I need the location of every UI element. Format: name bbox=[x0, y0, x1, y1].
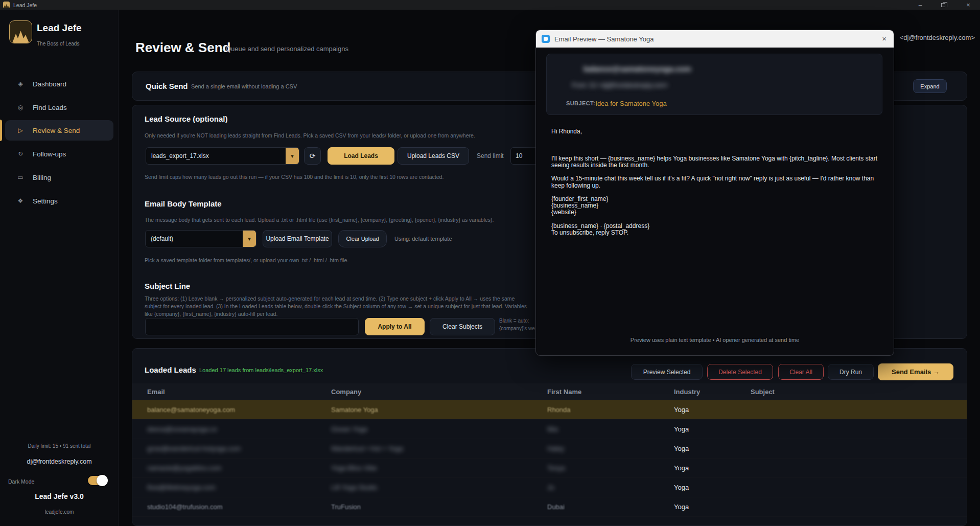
col-first-name: First Name bbox=[547, 388, 674, 396]
subject-blank-hint: Blank = auto: {company}'s we bbox=[499, 317, 535, 334]
modal-title: Email Preview — Samatone Yoga bbox=[554, 35, 654, 43]
lead-row-1[interactable]: balance@samatoneyoga.com Samatone Yoga R… bbox=[132, 400, 967, 420]
page-title: Review & Send bbox=[135, 40, 230, 56]
email-template-title: Email Body Template bbox=[145, 199, 222, 208]
minimize-button[interactable]: – bbox=[912, 0, 929, 10]
email-subject-label: SUBJECT: bbox=[566, 100, 595, 106]
subject-input[interactable] bbox=[145, 318, 359, 335]
send-limit-label: Send limit bbox=[477, 152, 504, 159]
modal-titlebar: Email Preview — Samatone Yoga × bbox=[536, 30, 894, 48]
dark-mode-label: Dark Mode bbox=[8, 478, 34, 485]
sidebar-item-follow-ups[interactable]: ↻ Follow-ups bbox=[5, 144, 113, 164]
template-using-status: Using: default template bbox=[394, 236, 452, 242]
modal-window-icon bbox=[542, 35, 550, 43]
sidebar-item-settings[interactable]: ❖ Settings bbox=[5, 191, 113, 211]
chevron-down-icon: ▾ bbox=[243, 231, 256, 247]
expand-button[interactable]: Expand bbox=[913, 79, 947, 93]
send-emails-button[interactable]: Send Emails → bbox=[878, 363, 953, 380]
lead-row-4[interactable]: namaste@yogabliss.com Yoga Bliss Vibe To… bbox=[132, 459, 967, 478]
lead-row-5[interactable]: flow@lifetimeyoga.com Lift Yoga Studio J… bbox=[132, 478, 967, 497]
restore-button[interactable] bbox=[935, 0, 952, 10]
subject-line-title: Subject Line bbox=[145, 282, 190, 290]
refresh-button[interactable]: ⟳ bbox=[304, 147, 321, 165]
sidebar-item-find-leads[interactable]: ◎ Find Leads bbox=[5, 97, 113, 118]
review-send-icon: ▷ bbox=[16, 127, 25, 134]
app-version: Lead Jefe v3.0 bbox=[0, 492, 119, 500]
smtp-account: <dj@frontdeskreply.com> bbox=[900, 34, 975, 41]
loaded-leads-title: Loaded Leads bbox=[145, 365, 196, 374]
modal-close-icon[interactable]: × bbox=[882, 34, 886, 43]
toggle-knob bbox=[97, 475, 108, 486]
email-template-desc: The message body that gets sent to each … bbox=[145, 217, 494, 223]
email-from-redacted: From: DJ <dj@frontdeskreply.com> bbox=[572, 82, 668, 89]
lead-row-2[interactable]: deeva@oceanayoga.co Ocean Yoga Mia Yoga bbox=[132, 420, 967, 439]
email-to-redacted: balance@samatoneyoga.com bbox=[584, 64, 691, 73]
clear-upload-button[interactable]: Clear Upload bbox=[338, 230, 387, 247]
loaded-leads-status: Loaded 17 leads from leads\leads_export_… bbox=[199, 367, 323, 373]
lead-source-desc: Only needed if you're NOT loading leads … bbox=[145, 132, 475, 139]
upload-email-template-button[interactable]: Upload Email Template bbox=[263, 230, 332, 247]
billing-icon: ▭ bbox=[16, 174, 25, 181]
lead-source-title: Lead Source (optional) bbox=[145, 115, 228, 123]
modal-footer-note: Preview uses plain text template • AI op… bbox=[536, 337, 894, 343]
dashboard-icon: ◈ bbox=[16, 80, 25, 87]
email-preview-modal: Email Preview — Samatone Yoga × balance@… bbox=[535, 30, 894, 356]
active-nav-accent-bar bbox=[0, 120, 2, 141]
delete-selected-button[interactable]: Delete Selected bbox=[707, 364, 773, 380]
clear-all-button[interactable]: Clear All bbox=[778, 364, 824, 380]
close-button[interactable]: × bbox=[960, 0, 977, 10]
subject-line-desc: Three options: (1) Leave blank → persona… bbox=[145, 295, 533, 318]
quick-send-subtitle: Send a single email without loading a CS… bbox=[191, 83, 297, 89]
window-title: Lead Jefe bbox=[13, 2, 37, 8]
sidebar-item-dashboard[interactable]: ◈ Dashboard bbox=[5, 74, 113, 94]
clear-subjects-button[interactable]: Clear Subjects bbox=[430, 318, 495, 335]
email-body-text: Hi Rhonda, I'll keep this short — {busin… bbox=[551, 128, 879, 236]
dry-run-button[interactable]: Dry Run bbox=[828, 364, 874, 380]
upload-leads-csv-button[interactable]: Upload Leads CSV bbox=[398, 147, 469, 165]
lead-row-6[interactable]: studio104@trufusion.com TruFusion Dubai … bbox=[132, 497, 967, 517]
app-logo-icon bbox=[3, 2, 10, 8]
email-subject-value: idea for Samatone Yoga bbox=[596, 100, 667, 107]
brand-tagline: The Boss of Leads bbox=[37, 41, 79, 47]
leads-table-header: Email Company First Name Industry Subjec… bbox=[132, 383, 967, 400]
sidebar-item-review-send[interactable]: ▷ Review & Send bbox=[5, 120, 113, 141]
template-select[interactable]: (default) ▾ bbox=[145, 230, 256, 247]
col-email: Email bbox=[132, 388, 331, 396]
apply-to-all-button[interactable]: Apply to All bbox=[365, 318, 425, 335]
follow-ups-icon: ↻ bbox=[16, 150, 25, 157]
chevron-down-icon: ▾ bbox=[286, 148, 299, 164]
os-titlebar: Lead Jefe bbox=[0, 0, 980, 10]
find-leads-icon: ◎ bbox=[16, 104, 25, 111]
csv-select[interactable]: leads_export_17.xlsx ▾ bbox=[146, 147, 299, 165]
sidebar-item-billing[interactable]: ▭ Billing bbox=[5, 167, 113, 188]
load-leads-button[interactable]: Load Leads bbox=[328, 147, 394, 165]
brand-name: Lead Jefe bbox=[37, 22, 82, 34]
quick-send-title: Quick Send bbox=[146, 82, 188, 90]
brand-logo-icon bbox=[9, 20, 32, 43]
dark-mode-toggle[interactable] bbox=[88, 476, 106, 485]
lead-source-note: Send limit caps how many leads go out th… bbox=[145, 174, 444, 180]
page-subtitle: · Queue and send personalized campaigns bbox=[222, 45, 348, 53]
email-header-card: balance@samatoneyoga.com From: DJ <dj@fr… bbox=[546, 54, 882, 115]
col-industry: Industry bbox=[674, 388, 751, 396]
email-template-note: Pick a saved template folder from templa… bbox=[145, 257, 348, 263]
app-website: leadjefe.com bbox=[0, 509, 119, 515]
col-subject: Subject bbox=[751, 388, 967, 396]
lead-row-3[interactable]: grow@wanderlust-hotyoga.com Wanderlust •… bbox=[132, 439, 967, 459]
preview-selected-button[interactable]: Preview Selected bbox=[631, 364, 703, 380]
daily-limit-status: Daily limit: 15 • 91 sent total bbox=[0, 443, 119, 449]
col-company: Company bbox=[331, 388, 547, 396]
settings-icon: ❖ bbox=[16, 197, 25, 204]
account-email: dj@frontdeskreply.com bbox=[0, 458, 119, 465]
